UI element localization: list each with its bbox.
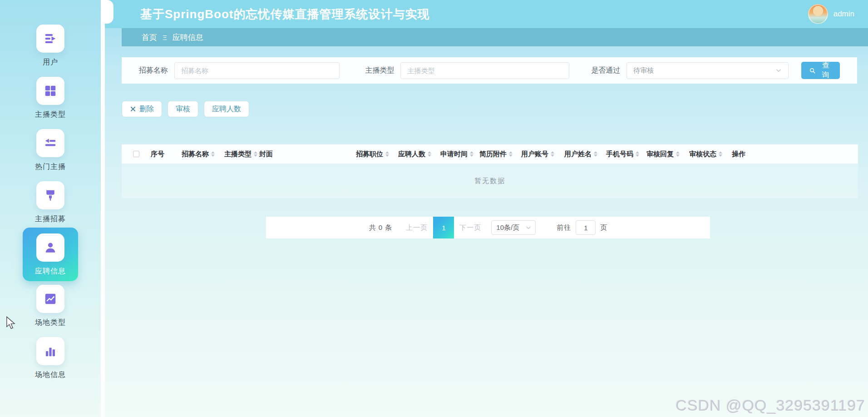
page-unit-label: 页 — [600, 223, 607, 232]
sidebar-item-apply-info[interactable]: 应聘信息 — [23, 228, 78, 281]
next-page-button[interactable]: 下一页 — [459, 223, 481, 232]
sort-carets-icon[interactable] — [636, 151, 639, 157]
pass-status-select[interactable]: 待审核 — [626, 62, 789, 79]
pagination-total: 共 0 条 — [369, 223, 393, 232]
sidebar: 用户 主播类型 热门主播 主播招募 应聘信息 场地类型 场地信息 — [0, 0, 101, 417]
username-label: admin — [833, 10, 854, 19]
menu-arrow-icon — [44, 32, 57, 45]
delete-button-label: 删除 — [139, 104, 154, 114]
column-header-申请时间[interactable]: 申请时间 — [439, 150, 478, 159]
main-content: 基于SpringBoot的忘忧传媒直播管理系统设计与实现 admin 首页 Ξ … — [105, 0, 868, 417]
column-header-招募名称[interactable]: 招募名称 — [180, 150, 222, 159]
pass-status-value: 待审核 — [633, 66, 775, 75]
app-root: 用户 主播类型 热门主播 主播招募 应聘信息 场地类型 场地信息 — [0, 0, 868, 417]
breadcrumb: 首页 Ξ 应聘信息 — [122, 28, 868, 46]
sidebar-item-users[interactable]: 用户 — [36, 25, 64, 67]
sort-carets-icon[interactable] — [551, 151, 554, 157]
sort-carets-icon[interactable] — [254, 151, 257, 157]
user-menu[interactable]: admin — [808, 4, 854, 24]
column-header-用户账号[interactable]: 用户账号 — [519, 150, 562, 159]
recruit-name-label: 招募名称 — [139, 66, 168, 75]
sort-carets-icon[interactable] — [719, 151, 722, 157]
sort-carets-icon[interactable] — [211, 151, 215, 157]
sidebar-item-hot-anchors[interactable]: 热门主播 — [35, 129, 66, 172]
column-header-用户姓名[interactable]: 用户姓名 — [562, 150, 604, 159]
chevron-down-icon — [525, 224, 532, 231]
sort-carets-icon[interactable] — [428, 151, 431, 157]
goto-label: 前往 — [557, 223, 571, 232]
column-header-招募职位[interactable]: 招募职位 — [354, 150, 396, 159]
bar-chart-icon — [44, 344, 57, 358]
goto-page-input[interactable] — [576, 220, 596, 235]
search-icon — [809, 67, 816, 74]
sort-carets-icon[interactable] — [385, 151, 389, 157]
select-all-checkbox[interactable] — [133, 151, 139, 157]
avatar[interactable] — [808, 4, 828, 24]
mouse-cursor — [5, 316, 16, 330]
sort-carets-icon[interactable] — [594, 151, 597, 157]
table-empty-state: 暂无数据 — [122, 164, 858, 199]
breadcrumb-home[interactable]: 首页 — [142, 32, 157, 43]
column-header-序号: 序号 — [149, 150, 180, 159]
anchor-type-label: 主播类型 — [365, 66, 394, 75]
column-header-简历附件[interactable]: 简历附件 — [478, 150, 519, 159]
user-icon — [44, 241, 57, 254]
sidebar-item-venue-info[interactable]: 场地信息 — [35, 337, 66, 380]
sidebar-item-anchor-recruit[interactable]: 主播招募 — [35, 181, 66, 224]
close-icon — [130, 106, 136, 112]
sidebar-nav: 用户 主播类型 热门主播 主播招募 应聘信息 场地类型 场地信息 — [0, 0, 101, 389]
audit-button-label: 审核 — [176, 104, 190, 114]
watermark: CSDN @QQ_3295391197 — [676, 397, 865, 414]
breadcrumb-separator-icon: Ξ — [163, 34, 167, 41]
page-size-select[interactable]: 10条/页 — [491, 220, 536, 235]
delete-button[interactable]: 删除 — [122, 101, 162, 117]
column-header-checkbox[interactable] — [122, 151, 149, 157]
table-header-row: 序号 招募名称 主播类型 封面 招募职位 应聘人数 申请时间 — [122, 144, 858, 164]
sidebar-divider — [101, 0, 105, 417]
sort-carets-icon[interactable] — [470, 151, 473, 157]
sidebar-item-anchor-types[interactable]: 主播类型 — [35, 77, 66, 119]
action-toolbar: 删除 审核 应聘人数 — [122, 101, 868, 117]
column-header-应聘人数[interactable]: 应聘人数 — [396, 150, 439, 159]
column-header-封面: 封面 — [257, 150, 354, 159]
column-header-手机号码[interactable]: 手机号码 — [604, 150, 645, 159]
page-title: 基于SpringBoot的忘忧传媒直播管理系统设计与实现 — [140, 6, 808, 22]
brush-icon — [44, 189, 57, 202]
prev-page-button[interactable]: 上一页 — [406, 223, 428, 232]
pass-status-label: 是否通过 — [591, 66, 620, 75]
empty-text: 暂无数据 — [474, 177, 505, 185]
anchor-type-input[interactable] — [400, 62, 569, 79]
data-table: 序号 招募名称 主播类型 封面 招募职位 应聘人数 申请时间 — [122, 144, 858, 199]
applicants-count-label: 应聘人数 — [212, 104, 241, 114]
column-header-审核回复[interactable]: 审核回复 — [645, 150, 687, 159]
sort-carets-icon[interactable] — [676, 151, 680, 157]
page-number-1[interactable]: 1 — [433, 217, 454, 238]
lines-arrow-icon — [44, 136, 57, 150]
chevron-down-icon — [775, 67, 782, 74]
filter-bar: 招募名称 主播类型 是否通过 待审核 查询 — [122, 57, 857, 84]
audit-button[interactable]: 审核 — [168, 101, 198, 117]
query-button-label: 查询 — [819, 61, 832, 80]
sort-carets-icon[interactable] — [509, 151, 513, 157]
sidebar-item-venue-types[interactable]: 场地类型 — [35, 285, 66, 328]
column-header-审核状态[interactable]: 审核状态 — [687, 150, 730, 159]
applicants-count-button[interactable]: 应聘人数 — [204, 101, 249, 117]
chart-line-box-icon — [44, 292, 57, 306]
column-header-操作: 操作 — [730, 150, 858, 159]
recruit-name-input[interactable] — [174, 62, 340, 79]
breadcrumb-current: 应聘信息 — [173, 32, 203, 43]
page-size-value: 10条/页 — [496, 223, 525, 232]
top-header: 基于SpringBoot的忘忧传媒直播管理系统设计与实现 admin — [105, 0, 868, 28]
query-button[interactable]: 查询 — [801, 62, 840, 79]
pagination-bar: 共 0 条 上一页 1 下一页 10条/页 前往 页 — [266, 217, 710, 238]
grid-icon — [44, 84, 57, 98]
column-header-主播类型[interactable]: 主播类型 — [222, 150, 257, 159]
